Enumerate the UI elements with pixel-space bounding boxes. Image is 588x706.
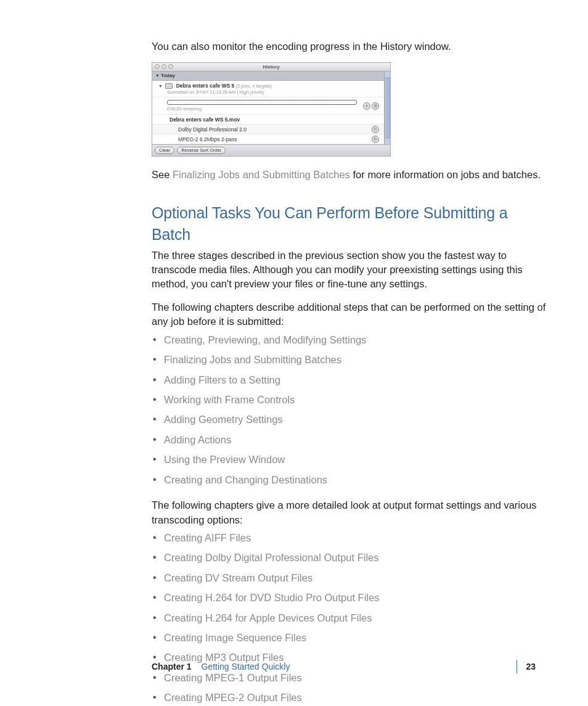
traffic-lights (155, 64, 173, 69)
document-page: You can also monitor the encoding progre… (0, 0, 588, 706)
list-item[interactable]: Finalizing Jobs and Submitting Batches (152, 353, 546, 367)
list2-intro-paragraph: The following chapters give a more detai… (152, 498, 546, 527)
list-item[interactable]: Adding Actions (152, 433, 546, 447)
footer-right: 23 (517, 660, 536, 673)
batch-row: ▼ Debra enters cafe WS 5 (2 jobs, 4 targ… (152, 81, 384, 97)
disclosure-triangle-icon: ▼ (158, 84, 163, 88)
resubmit-icon: ↻ (372, 126, 379, 133)
list-item[interactable]: Creating Dolby Digital Professional Outp… (152, 551, 546, 565)
job-row: Debra enters cafe WS 5.mov (152, 115, 384, 125)
list-item[interactable]: Working with Frame Controls (152, 393, 546, 407)
resubmit-icon: ↻ (372, 136, 379, 143)
list-item[interactable]: Using the Preview Window (152, 453, 546, 467)
page-footer: Chapter 1 Getting Started Quickly 23 (152, 658, 536, 675)
zoom-icon (168, 64, 173, 69)
close-icon (155, 64, 160, 69)
batch-name: Debra enters cafe WS 5 (176, 83, 234, 89)
list-item[interactable]: Creating, Previewing, and Modifying Sett… (152, 333, 546, 347)
list-item[interactable]: Creating AIFF Files (152, 531, 546, 545)
see-prefix: See (152, 169, 173, 180)
page-number: 23 (526, 662, 536, 671)
chapter-label: Chapter 1 (152, 662, 192, 671)
list-item[interactable]: Creating and Changing Destinations (152, 473, 546, 487)
scrollbar (384, 72, 390, 144)
heading-followup-paragraph: The three stages described in the previo… (152, 248, 546, 292)
chapter-list-2: Creating AIFF Files Creating Dolby Digit… (152, 531, 546, 705)
list-item[interactable]: Adding Filters to a Setting (152, 373, 546, 387)
chapter-title: Getting Started Quickly (201, 662, 290, 671)
target-row-2: MPEG-2 6.2Mbps 2-pass ↻ (152, 134, 384, 144)
batch-submitted-line: Submitted on 3/7/07 11:13:26 AM | High p… (167, 89, 380, 96)
section-heading: Optional Tasks You Can Perform Before Su… (152, 202, 546, 246)
history-title: History (263, 64, 280, 70)
target-2-label: MPEG-2 6.2Mbps 2-pass (178, 136, 237, 142)
list-item[interactable]: Creating DV Stream Output Files (152, 571, 546, 585)
footer-left: Chapter 1 Getting Started Quickly (152, 662, 290, 671)
history-body: Today ▼ Debra enters cafe WS 5 (2 jobs, … (152, 72, 390, 144)
job-name: Debra enters cafe WS 5.mov (169, 117, 240, 123)
content-column: You can also monitor the encoding progre… (152, 39, 546, 705)
target-1-label: Dolby Digital Professional 2.0 (178, 126, 247, 133)
camera-icon (165, 83, 173, 89)
footer-vertical-rule (517, 660, 517, 673)
history-footer: Clear Reverse Sort Order (152, 144, 390, 156)
reverse-sort-button: Reverse Sort Order (177, 147, 226, 154)
list-item[interactable]: Adding Geometry Settings (152, 413, 546, 427)
pause-icon: ⏸ (372, 102, 379, 110)
see-more-paragraph: See Finalizing Jobs and Submitting Batch… (152, 168, 546, 182)
history-titlebar: History (152, 63, 390, 72)
list-item[interactable]: Creating H.264 for Apple Devices Output … (152, 611, 546, 625)
minimize-icon (161, 64, 166, 69)
chapter-list-1: Creating, Previewing, and Modifying Sett… (152, 333, 546, 487)
intro-paragraph: You can also monitor the encoding progre… (152, 39, 546, 54)
progress-row: 0:00:00 remaining × ⏸ (152, 97, 384, 115)
time-remaining: 0:00:00 remaining (167, 106, 380, 112)
target-row-1: Dolby Digital Professional 2.0 ↻ (152, 125, 384, 134)
cancel-icon: × (363, 102, 370, 110)
progress-bar (167, 100, 357, 105)
see-link[interactable]: Finalizing Jobs and Submitting Batches (173, 169, 350, 180)
batch-meta: (2 jobs, 4 targets) (236, 83, 272, 89)
list-item[interactable]: Creating Image Sequence Files (152, 631, 546, 645)
today-group-header: Today (152, 72, 384, 80)
list1-intro-paragraph: The following chapters describe addition… (152, 300, 546, 329)
history-window-screenshot: History Today ▼ Debra enters cafe WS 5 (… (152, 62, 391, 157)
see-suffix: for more information on jobs and batches… (350, 169, 541, 180)
list-item[interactable]: Creating MPEG-2 Output Files (152, 691, 546, 705)
list-item[interactable]: Creating H.264 for DVD Studio Pro Output… (152, 591, 546, 605)
clear-button: Clear (155, 147, 174, 154)
